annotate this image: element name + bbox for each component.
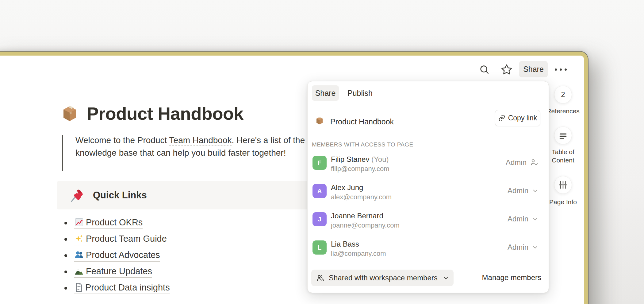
chevron-down-icon xyxy=(532,244,539,251)
link-chain-icon xyxy=(498,115,505,122)
list-item: Product Team Guide xyxy=(64,231,170,247)
list-item: Product OKRs xyxy=(64,215,170,231)
link-product-data-insights[interactable]: Product Data insights xyxy=(74,283,170,294)
favorite-star-icon[interactable] xyxy=(500,63,513,76)
share-button-label: Share xyxy=(523,65,544,74)
manage-members-button[interactable]: Manage members xyxy=(482,273,541,282)
link-label: Product Advocates xyxy=(86,250,160,260)
chart-increasing-icon xyxy=(74,217,84,227)
busts-in-silhouette-icon xyxy=(74,250,84,260)
bullet-dot xyxy=(64,287,67,290)
package-icon-small xyxy=(315,116,324,125)
list-item: Product Data insights xyxy=(64,280,170,296)
share-button[interactable]: Share xyxy=(519,61,548,77)
member-role-label: Admin xyxy=(508,186,528,195)
pushpin-icon xyxy=(68,187,84,204)
mountain-icon xyxy=(74,266,84,276)
member-email: filip@company.com xyxy=(331,165,389,173)
avatar: L xyxy=(312,240,327,255)
member-email: joanne@company.com xyxy=(331,221,400,229)
share-dialog: Share Publish Product Handbook Copy link… xyxy=(307,81,549,293)
link-product-team-guide[interactable]: Product Team Guide xyxy=(74,234,167,245)
references-count: 2 xyxy=(561,90,565,99)
references-button[interactable]: 2 xyxy=(554,86,572,103)
dialog-page-title: Product Handbook xyxy=(330,117,394,126)
page-title[interactable]: Product Handbook xyxy=(87,103,243,124)
callout-title: Quick Links xyxy=(93,190,147,201)
bullet-dot xyxy=(64,222,67,224)
member-email: lia@company.com xyxy=(331,250,386,258)
member-role-control[interactable]: Admin xyxy=(508,186,539,195)
chevron-down-icon xyxy=(532,187,539,194)
team-handbook-link[interactable]: Team Handbook xyxy=(169,135,232,146)
tab-share[interactable]: Share xyxy=(312,85,339,101)
member-row[interactable]: J Joanne Bernard joanne@company.com Admi… xyxy=(308,212,549,237)
quick-links-list: Product OKRs Product Team Guide xyxy=(64,215,170,296)
link-label: Product Team Guide xyxy=(86,234,167,244)
member-role-control[interactable]: Admin xyxy=(508,243,539,251)
link-label: Feature Updates xyxy=(86,266,152,276)
avatar: A xyxy=(312,184,327,198)
avatar: F xyxy=(312,156,327,170)
list-item: Product Advocates xyxy=(64,247,170,264)
copy-link-button[interactable]: Copy link xyxy=(495,110,540,126)
tab-share-label: Share xyxy=(315,89,336,98)
member-role-control[interactable]: Admin xyxy=(506,158,539,167)
copy-link-label: Copy link xyxy=(508,114,537,122)
quote-bar xyxy=(62,135,63,171)
link-label: Product Data insights xyxy=(85,283,170,293)
member-row[interactable]: A Alex Jung alex@company.com Admin xyxy=(308,184,549,209)
package-icon xyxy=(60,104,79,123)
member-role-control[interactable]: Admin xyxy=(508,215,539,223)
member-role-label: Admin xyxy=(508,215,528,223)
list-item: Feature Updates xyxy=(64,264,170,280)
tab-publish[interactable]: Publish xyxy=(343,85,377,101)
share-scope-label: Shared with workspace members xyxy=(329,274,438,282)
link-product-advocates[interactable]: Product Advocates xyxy=(74,250,160,262)
page-title-row: Product Handbook xyxy=(60,103,243,124)
page-info-sliders-icon xyxy=(558,180,568,189)
bullet-dot xyxy=(64,238,67,241)
member-role-label: Admin xyxy=(508,243,528,251)
member-role-label: Admin xyxy=(506,158,527,167)
link-feature-updates[interactable]: Feature Updates xyxy=(74,266,152,278)
link-product-okrs[interactable]: Product OKRs xyxy=(74,217,143,229)
people-icon xyxy=(316,274,324,282)
bullet-dot xyxy=(64,271,67,273)
page-info-button[interactable] xyxy=(554,176,572,194)
table-of-content-button[interactable] xyxy=(554,127,572,144)
link-label: Product OKRs xyxy=(86,217,143,228)
member-name: Lia Bass xyxy=(331,240,359,248)
members-section-label: MEMBERS WITH ACCESS TO PAGE xyxy=(312,141,413,148)
page-document-icon xyxy=(74,283,83,292)
chevron-down-icon xyxy=(532,216,539,222)
member-row[interactable]: F Filip Stanev (You) filip@company.com A… xyxy=(308,156,549,180)
search-icon[interactable] xyxy=(478,64,490,75)
more-options-icon[interactable] xyxy=(551,61,570,77)
member-email: alex@company.com xyxy=(331,193,392,201)
table-of-content-icon xyxy=(558,131,568,140)
tab-publish-label: Publish xyxy=(347,89,373,98)
member-name: Filip Stanev (You) xyxy=(331,155,389,164)
member-row[interactable]: L Lia Bass lia@company.com Admin xyxy=(308,240,549,265)
share-scope-dropdown[interactable]: Shared with workspace members xyxy=(311,270,454,286)
divider xyxy=(308,105,549,105)
chevron-down-icon xyxy=(443,275,449,281)
sparkles-icon xyxy=(74,234,84,244)
member-you-suffix: (You) xyxy=(369,155,389,163)
avatar: J xyxy=(312,212,327,226)
member-name: Alex Jung xyxy=(331,183,363,192)
member-name: Joanne Bernard xyxy=(331,212,383,220)
bullet-dot xyxy=(64,254,67,257)
person-check-icon xyxy=(530,158,539,167)
